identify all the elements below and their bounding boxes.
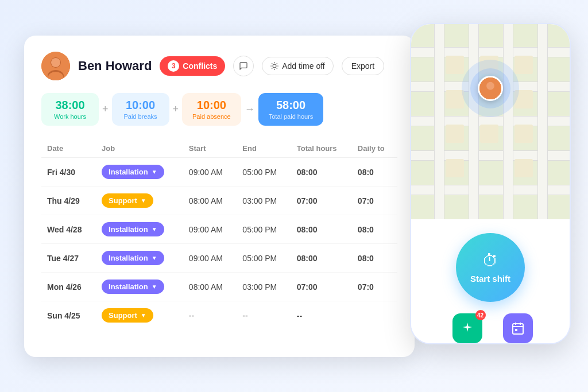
location-pulse	[478, 76, 503, 101]
svg-rect-21	[515, 329, 517, 331]
total-cell: 07:00	[291, 273, 352, 301]
job-cell[interactable]: Installation ▼	[96, 273, 183, 301]
conflicts-label: Conflicts	[183, 61, 217, 71]
daily-cell: 07:0	[352, 187, 397, 215]
table-row: Sun 4/25Support ▼------	[41, 301, 397, 330]
desktop-card: Ben Howard 3 Conflicts Add time off E	[24, 36, 415, 357]
svg-point-15	[486, 82, 494, 90]
job-cell[interactable]: Support ▼	[96, 301, 183, 330]
svg-rect-17	[513, 324, 523, 334]
start-shift-button[interactable]: ⏱ Start shift	[456, 233, 525, 302]
tag-dropdown-arrow: ▼	[152, 169, 157, 175]
job-cell[interactable]: Installation ▼	[96, 215, 183, 244]
start-cell: 08:00 AM	[183, 273, 237, 301]
add-time-off-button[interactable]: Add time off	[262, 57, 333, 75]
table-row: Thu 4/29Support ▼08:00 AM03:00 PM07:0007…	[41, 187, 397, 215]
svg-line-13	[277, 63, 277, 64]
user-name: Ben Howard	[78, 59, 152, 73]
daily-cell: 08:0	[352, 215, 397, 244]
tag-dropdown-arrow: ▼	[152, 255, 157, 261]
map-block	[480, 125, 498, 143]
job-tag[interactable]: Installation ▼	[102, 222, 164, 236]
stat-total-paid: 58:00 Total paid hours	[258, 93, 324, 126]
table-row: Fri 4/30Installation ▼09:00 AM05:00 PM08…	[41, 158, 397, 187]
col-start: Start	[183, 139, 237, 158]
chat-button[interactable]	[233, 56, 254, 76]
header-row: Ben Howard 3 Conflicts Add time off E	[41, 52, 397, 80]
svg-point-3	[51, 58, 60, 67]
work-hours-label: Work hours	[52, 113, 88, 120]
job-tag[interactable]: Installation ▼	[102, 251, 164, 265]
job-cell[interactable]: Installation ▼	[96, 158, 183, 187]
mobile-phone: ⏱ Start shift 42 Add absence	[410, 23, 571, 344]
map-road	[469, 24, 479, 219]
svg-point-16	[485, 92, 497, 100]
start-shift-label: Start shift	[470, 274, 510, 284]
table-row: Mon 4/26Installation ▼08:00 AM03:00 PM07…	[41, 273, 397, 301]
job-tag[interactable]: Support ▼	[102, 193, 153, 208]
daily-cell: 07:0	[352, 273, 397, 301]
date-cell: Wed 4/28	[41, 215, 96, 244]
timesheet-icon	[503, 313, 533, 343]
add-absence-badge: 42	[475, 310, 486, 320]
job-cell[interactable]: Installation ▼	[96, 244, 183, 273]
svg-line-9	[277, 68, 277, 69]
map-road	[434, 24, 444, 219]
start-cell: 09:00 AM	[183, 244, 237, 273]
total-cell: 08:00	[291, 158, 352, 187]
avatar	[41, 52, 70, 80]
total-cell: 08:00	[291, 215, 352, 244]
stat-paid-breaks: 10:00 Paid breaks	[112, 93, 169, 126]
paid-absence-value: 10:00	[192, 99, 231, 112]
job-tag[interactable]: Support ▼	[102, 308, 153, 323]
location-avatar	[478, 76, 503, 101]
timesheet-icon-wrap	[503, 313, 533, 343]
date-cell: Mon 4/26	[41, 273, 96, 301]
job-tag[interactable]: Installation ▼	[102, 280, 164, 294]
end-cell: 05:00 PM	[237, 244, 291, 273]
export-button[interactable]: Export	[342, 57, 384, 75]
date-cell: Tue 4/27	[41, 244, 96, 273]
total-cell: 07:00	[291, 187, 352, 215]
total-cell: --	[291, 301, 352, 330]
total-paid-value: 58:00	[269, 99, 314, 112]
end-cell: 05:00 PM	[237, 215, 291, 244]
plus-sign-1: +	[102, 103, 109, 115]
map-road	[537, 24, 548, 219]
date-cell: Thu 4/29	[41, 187, 96, 215]
start-cell: 09:00 AM	[183, 158, 237, 187]
date-cell: Fri 4/30	[41, 158, 96, 187]
col-daily: Daily to	[352, 139, 397, 158]
map-block	[446, 159, 464, 177]
daily-cell	[352, 301, 397, 330]
col-total: Total hours	[291, 139, 352, 158]
end-cell: 03:00 PM	[237, 187, 291, 215]
col-date: Date	[41, 139, 96, 158]
stats-row: 38:00 Work hours + 10:00 Paid breaks + 1…	[41, 93, 397, 126]
daily-cell: 08:0	[352, 244, 397, 273]
svg-point-5	[273, 64, 276, 68]
map-block	[446, 90, 464, 108]
timesheet-action[interactable]: Timesheet	[502, 313, 534, 344]
plus-sign-2: +	[173, 103, 179, 115]
start-cell: 08:00 AM	[183, 187, 237, 215]
map-block	[446, 125, 464, 143]
tag-dropdown-arrow: ▼	[141, 197, 146, 204]
svg-line-8	[272, 63, 273, 64]
calendar-icon	[511, 321, 525, 335]
paid-breaks-label: Paid breaks	[122, 113, 159, 120]
job-cell[interactable]: Support ▼	[96, 187, 183, 215]
job-tag[interactable]: Installation ▼	[102, 165, 164, 179]
map-block	[514, 159, 533, 177]
add-absence-action[interactable]: 42 Add absence	[447, 313, 488, 344]
conflicts-button[interactable]: 3 Conflicts	[160, 56, 225, 76]
paid-absence-label: Paid absence	[192, 113, 231, 120]
scene: Ben Howard 3 Conflicts Add time off E	[0, 0, 588, 392]
col-end: End	[237, 139, 291, 158]
sun-icon	[270, 62, 278, 70]
add-absence-icon-wrap: 42	[452, 313, 482, 343]
start-cell: --	[183, 301, 237, 330]
end-cell: 03:00 PM	[237, 273, 291, 301]
paid-breaks-value: 10:00	[122, 99, 159, 112]
tag-dropdown-arrow: ▼	[152, 226, 157, 232]
